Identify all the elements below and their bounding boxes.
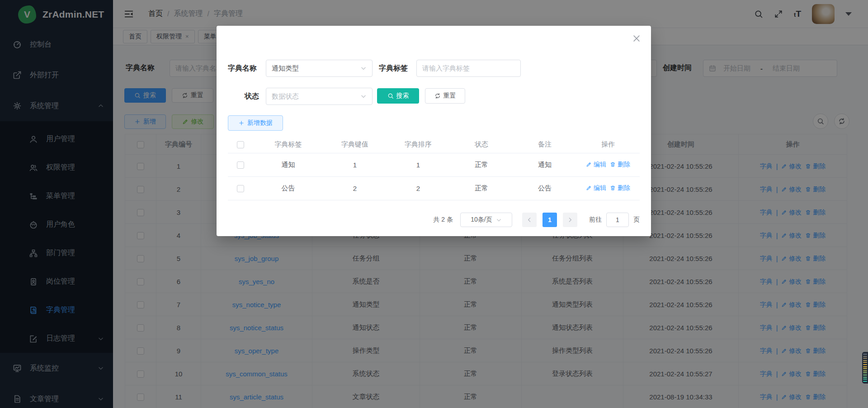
select-all-checkbox[interactable] xyxy=(237,141,244,148)
scroll-indicator-stripe xyxy=(863,377,867,378)
trash-icon xyxy=(610,161,616,167)
modal-reset-button[interactable]: 重置 xyxy=(425,88,465,104)
goto-label: 前往 xyxy=(589,216,602,224)
modal-status-select[interactable]: 数据状态 xyxy=(266,88,373,105)
modal-search-button[interactable]: 搜索 xyxy=(377,88,419,104)
application-window: V ZrAdmin.NET 控制台 外部打开 系统管理 用户管理 权限管理 菜单… xyxy=(0,0,868,408)
modal-cell: 公告 xyxy=(253,176,323,200)
modal-row-actions: 编辑 删除 xyxy=(586,184,630,192)
modal-dict-data-table: 字典标签字典键值字典排序状态备注操作 通知11正常通知 编辑 删除 公告22正常… xyxy=(228,136,640,200)
trash-icon xyxy=(610,185,616,191)
close-icon[interactable] xyxy=(632,34,641,43)
pencil-icon xyxy=(586,185,592,191)
next-page-button[interactable] xyxy=(563,213,577,227)
modal-add-data-button[interactable]: 新增数据 xyxy=(228,115,283,131)
scroll-indicator-stripe xyxy=(863,358,867,359)
modal-cell: 正常 xyxy=(450,153,513,176)
delete-link[interactable]: 删除 xyxy=(610,184,630,192)
modal-header-字典排序: 字典排序 xyxy=(387,136,450,153)
modal-add-data-label: 新增数据 xyxy=(247,119,273,127)
modal-cell: 正常 xyxy=(450,176,513,200)
page-size-value: 10条/页 xyxy=(471,216,492,224)
refresh-icon xyxy=(434,93,441,99)
scroll-indicator-stripe xyxy=(863,368,867,369)
scroll-indicator-stripe xyxy=(863,354,867,355)
scroll-indicator-stripe xyxy=(863,364,867,365)
modal-dict-name-label: 字典名称 xyxy=(228,64,257,73)
scroll-indicator-stripe xyxy=(863,360,867,361)
modal-header-字典标签: 字典标签 xyxy=(253,136,323,153)
modal-status-placeholder: 数据状态 xyxy=(272,92,360,101)
modal-cell: 通知 xyxy=(513,153,576,176)
modal-dict-label-placeholder: 请输入字典标签 xyxy=(422,64,470,73)
modal-cell: 2 xyxy=(323,176,387,200)
modal-dict-label-input[interactable]: 请输入字典标签 xyxy=(416,60,521,77)
scroll-indicator-stripe xyxy=(863,366,867,367)
goto-unit: 页 xyxy=(633,216,640,224)
modal-table-container: 字典标签字典键值字典排序状态备注操作 通知11正常通知 编辑 删除 公告22正常… xyxy=(228,136,640,200)
row-checkbox[interactable] xyxy=(237,161,244,169)
modal-cell: 公告 xyxy=(513,176,576,200)
modal-search-button-label: 搜索 xyxy=(396,92,409,100)
modal-cell: 通知 xyxy=(253,153,323,176)
goto-page-input[interactable]: 1 xyxy=(606,213,629,227)
chevron-down-icon xyxy=(496,217,502,223)
scroll-indicator-stripe xyxy=(863,379,867,380)
scroll-indicator-stripe xyxy=(863,356,867,357)
modal-header-操作: 操作 xyxy=(576,136,640,153)
chevron-right-icon xyxy=(567,217,573,223)
modal-reset-button-label: 重置 xyxy=(443,92,456,100)
modal-row-actions: 编辑 删除 xyxy=(586,161,630,169)
modal-header-备注: 备注 xyxy=(513,136,576,153)
chevron-left-icon xyxy=(526,217,533,223)
scroll-indicator-stripe xyxy=(863,362,867,363)
edit-link[interactable]: 编辑 xyxy=(586,161,606,169)
modal-table-row: 通知11正常通知 编辑 删除 xyxy=(228,153,640,176)
modal-header-select-all xyxy=(228,136,253,153)
plus-icon xyxy=(238,120,245,126)
dict-data-dialog: 字典名称 通知类型 字典标签 请输入字典标签 状态 数据状态 搜索 重置 新增数… xyxy=(217,26,651,236)
modal-header-字典键值: 字典键值 xyxy=(323,136,387,153)
modal-table-row: 公告22正常公告 编辑 删除 xyxy=(228,176,640,200)
modal-dict-name-select[interactable]: 通知类型 xyxy=(266,60,373,77)
scroll-indicator[interactable] xyxy=(862,352,868,384)
modal-status-label: 状态 xyxy=(241,92,259,101)
edit-link[interactable]: 编辑 xyxy=(586,184,606,192)
chevron-down-icon xyxy=(360,65,367,71)
modal-cell: 1 xyxy=(323,153,387,176)
modal-dict-name-value: 通知类型 xyxy=(272,64,360,73)
pagination: 共 2 条 10条/页 1 前往 1 页 xyxy=(433,213,640,227)
modal-cell: 1 xyxy=(387,153,450,176)
prev-page-button[interactable] xyxy=(522,213,537,227)
scroll-indicator-stripe xyxy=(863,375,867,375)
pencil-icon xyxy=(586,161,592,167)
search-icon xyxy=(387,93,394,99)
scroll-indicator-stripe xyxy=(863,372,867,373)
chevron-down-icon xyxy=(360,93,367,100)
scroll-indicator-stripe xyxy=(863,381,867,382)
page-number-button[interactable]: 1 xyxy=(542,213,557,227)
row-checkbox[interactable] xyxy=(237,185,244,192)
modal-cell: 2 xyxy=(387,176,450,200)
scroll-indicator-stripe xyxy=(863,370,867,371)
modal-dict-label-label: 字典标签 xyxy=(379,64,408,73)
pagination-total: 共 2 条 xyxy=(433,216,453,224)
modal-header-状态: 状态 xyxy=(450,136,513,153)
page-size-select[interactable]: 10条/页 xyxy=(460,213,512,227)
delete-link[interactable]: 删除 xyxy=(610,161,630,169)
